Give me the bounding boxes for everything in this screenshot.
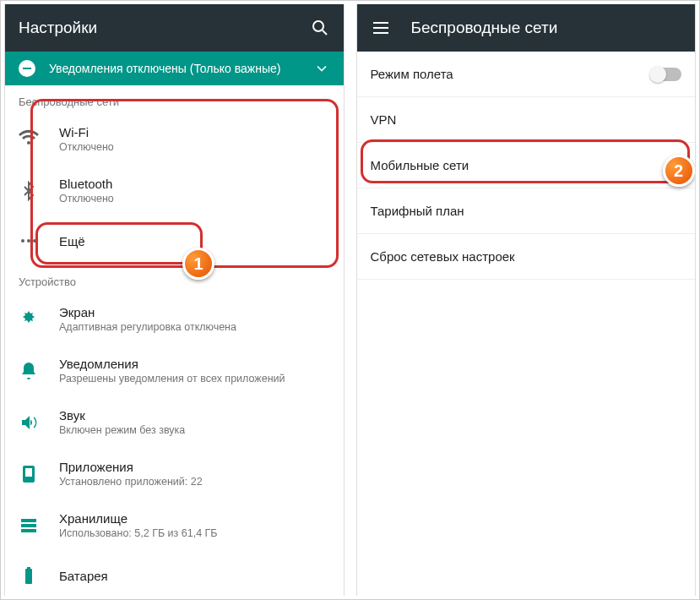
svg-point-2 (21, 239, 24, 243)
airplane-item[interactable]: Режим полета (357, 52, 696, 97)
svg-rect-7 (21, 519, 36, 522)
wifi-title: Wi-Fi (59, 125, 330, 139)
svg-rect-9 (21, 529, 36, 532)
svg-point-0 (313, 21, 323, 31)
notifications-sub: Разрешены уведомления от всех приложений (59, 373, 330, 385)
bluetooth-icon (19, 181, 39, 201)
airplane-toggle[interactable] (651, 68, 681, 81)
mobile-networks-item[interactable]: Мобильные сети (357, 143, 696, 188)
more-horizontal-icon (19, 231, 39, 251)
section-device: Устройство (5, 265, 344, 293)
appbar-wireless-title: Беспроводные сети (411, 19, 682, 37)
search-icon[interactable] (310, 18, 330, 38)
battery-item[interactable]: Батарея (5, 551, 344, 596)
vpn-item[interactable]: VPN (357, 97, 696, 143)
brightness-icon (19, 309, 39, 330)
tariff-label: Тарифный план (371, 204, 464, 218)
svg-rect-8 (21, 524, 36, 527)
chevron-down-icon (313, 60, 330, 77)
svg-rect-6 (25, 468, 32, 477)
battery-icon (19, 565, 39, 586)
sound-title: Звук (59, 408, 330, 423)
storage-icon (19, 515, 39, 536)
wifi-sub: Отключено (59, 141, 330, 153)
volume-icon (19, 412, 39, 433)
reset-network-item[interactable]: Сброс сетевых настроек (357, 234, 696, 280)
hamburger-icon[interactable] (371, 18, 391, 38)
wireless-screen: Беспроводные сети Режим полета VPN Мобил… (356, 4, 697, 596)
more-item[interactable]: Ещё (5, 216, 344, 265)
vpn-label: VPN (371, 112, 397, 127)
storage-title: Хранилище (59, 511, 330, 526)
notifications-title: Уведомления (59, 357, 330, 371)
apps-item[interactable]: Приложения Установлено приложений: 22 (5, 448, 344, 499)
bluetooth-item[interactable]: Bluetooth Отключено (5, 165, 344, 216)
section-wireless: Беспроводные сети (5, 85, 344, 113)
reset-network-label: Сброс сетевых настроек (371, 249, 515, 264)
appbar-wireless: Беспроводные сети (357, 4, 696, 52)
apps-sub: Установлено приложений: 22 (59, 476, 330, 488)
appbar-settings: Настройки (5, 4, 344, 52)
bluetooth-sub: Отключено (59, 193, 330, 205)
dnd-notice-bar[interactable]: Уведомления отключены (Только важные) (5, 52, 344, 85)
settings-screen: Настройки Уведомления отключены (Только … (4, 4, 345, 596)
apps-title: Приложения (59, 460, 330, 474)
appbar-title: Настройки (19, 19, 290, 37)
bluetooth-title: Bluetooth (59, 177, 330, 191)
storage-item[interactable]: Хранилище Использовано: 5,2 ГБ из 61,4 Г… (5, 499, 344, 551)
dnd-notice-text: Уведомления отключены (Только важные) (49, 61, 300, 76)
airplane-label: Режим полета (371, 67, 453, 81)
wifi-icon (19, 129, 39, 150)
dnd-icon (19, 60, 35, 77)
tariff-item[interactable]: Тарифный план (357, 188, 696, 234)
bell-icon (19, 361, 39, 381)
storage-sub: Использовано: 5,2 ГБ из 61,4 ГБ (59, 527, 330, 539)
battery-title: Батарея (59, 569, 330, 583)
sound-sub: Включен режим без звука (59, 424, 330, 436)
display-sub: Адаптивная регулировка отключена (59, 321, 330, 333)
sound-item[interactable]: Звук Включен режим без звука (5, 396, 344, 448)
wifi-item[interactable]: Wi-Fi Отключено (5, 113, 344, 165)
apps-icon (19, 464, 39, 484)
svg-point-3 (27, 239, 30, 243)
display-title: Экран (59, 305, 330, 319)
display-item[interactable]: Экран Адаптивная регулировка отключена (5, 293, 344, 345)
svg-point-4 (33, 239, 36, 243)
more-title: Ещё (59, 234, 330, 248)
notifications-item[interactable]: Уведомления Разрешены уведомления от все… (5, 345, 344, 396)
mobile-networks-label: Мобильные сети (371, 158, 469, 172)
svg-line-1 (323, 30, 327, 35)
